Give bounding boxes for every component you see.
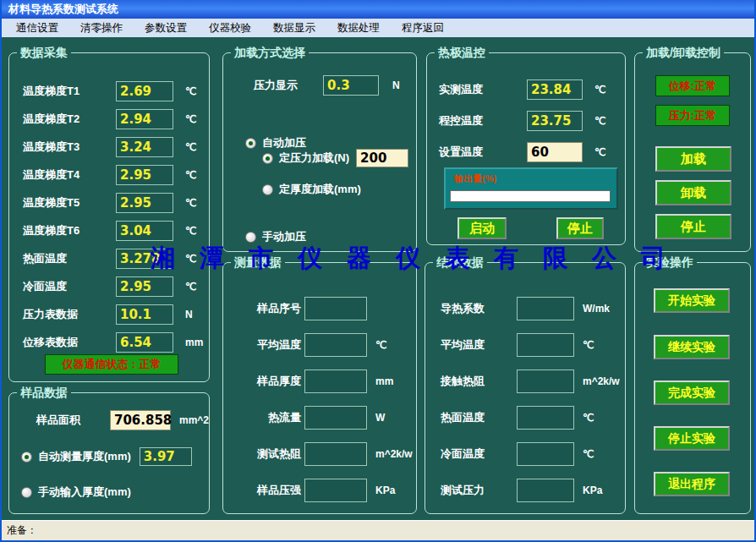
status-bar: 准备： xyxy=(2,520,754,540)
hot-row-programmed-temp: 程控温度 23.75 ℃ xyxy=(439,105,625,136)
t3-display: 3.24 xyxy=(116,137,173,157)
output-power-panel: 输出量(%) xyxy=(444,167,618,210)
result-hot-face-display xyxy=(517,406,574,430)
radio-label: 自动加压 xyxy=(262,135,306,151)
unit-label: ℃ xyxy=(594,115,605,127)
menu-item-parameter-settings[interactable]: 参数设置 xyxy=(134,19,198,37)
client-area: 数据采集 温度梯度T1 2.69 ℃ 温度梯度T2 2.94 ℃ 温度梯度T3 … xyxy=(2,37,754,520)
unit-label: KPa xyxy=(583,485,602,496)
field-label: 冷面温度 xyxy=(441,446,513,462)
result-row-conductivity: 导热系数 W/mk xyxy=(441,290,625,326)
unit-label: ℃ xyxy=(185,113,196,125)
field-label: 热面温度 xyxy=(23,251,116,266)
field-label: 温度梯度T2 xyxy=(23,112,116,127)
radio-icon xyxy=(21,487,32,498)
acq-row-t2: 温度梯度T2 2.94 ℃ xyxy=(23,105,209,133)
menu-item-communication-settings[interactable]: 通信设置 xyxy=(5,19,69,37)
menu-item-data-processing[interactable]: 数据处理 xyxy=(326,19,391,37)
panel-title: 实验操作 xyxy=(643,255,697,269)
measure-row-heat-flow: 热流量 W xyxy=(240,399,416,435)
unload-button[interactable]: 卸载 xyxy=(655,180,731,205)
panel-measurement-data: 测量数据 样品序号 平均温度 ℃ 样品厚度 mm 热流量 W xyxy=(222,262,417,514)
result-cold-face-display xyxy=(517,442,574,466)
field-label: 样品厚度 xyxy=(240,374,301,389)
unit-label: ℃ xyxy=(185,169,196,181)
field-label: 压力显示 xyxy=(254,78,323,93)
window-title: 材料导热系数测试系统 xyxy=(8,2,118,17)
measure-row-avg-temp: 平均温度 ℃ xyxy=(240,326,416,363)
panel-title: 加载/卸载控制 xyxy=(643,46,724,59)
field-label: 平均温度 xyxy=(441,337,513,353)
conductivity-display xyxy=(517,297,574,320)
field-label: 温度梯度T4 xyxy=(23,167,116,183)
menu-item-program-return[interactable]: 程序返回 xyxy=(391,19,455,37)
unit-label: N xyxy=(392,79,400,91)
field-label: 压力表数据 xyxy=(23,307,116,322)
acq-row-hot-face: 热面温度 3.278 ℃ xyxy=(23,244,209,272)
comm-status-badge: 仪器通信状态：正常 xyxy=(45,354,178,375)
t6-display: 3.04 xyxy=(116,221,173,241)
radio-label: 手动加压 xyxy=(262,229,306,244)
measured-temp-display: 23.84 xyxy=(527,79,583,100)
radio-constant-pressure-load[interactable]: 定压力加载(N) 200 xyxy=(262,149,416,167)
acq-row-t5: 温度梯度T5 2.95 ℃ xyxy=(23,189,209,216)
radio-label: 手动输入厚度(mm) xyxy=(38,485,131,500)
test-resistance-display xyxy=(304,442,367,466)
field-label: 程控温度 xyxy=(439,113,527,129)
radio-icon xyxy=(262,184,273,195)
set-temp-field[interactable]: 60 xyxy=(527,142,583,162)
radio-label: 定厚度加载(mm) xyxy=(279,182,361,197)
radio-auto-thickness[interactable]: 自动测量厚度(mm) 3.97 xyxy=(21,447,209,466)
constant-pressure-field[interactable]: 200 xyxy=(356,149,408,167)
field-label: 测试热阻 xyxy=(240,446,301,462)
unit-label: mm xyxy=(375,375,393,387)
radio-constant-thickness-load[interactable]: 定厚度加载(mm) xyxy=(262,182,416,197)
pressure-display-row: 压力显示 0.3 N xyxy=(223,75,416,96)
panel-title: 数据采集 xyxy=(17,46,71,59)
menu-item-instrument-calibration[interactable]: 仪器校验 xyxy=(198,19,262,37)
field-label: 平均温度 xyxy=(240,337,301,353)
unit-label: W/mk xyxy=(583,303,610,315)
cold-face-display: 2.95 xyxy=(116,276,173,297)
field-label: 样品面积 xyxy=(36,413,110,428)
unit-label: ℃ xyxy=(185,281,196,293)
measure-row-sample-pressure: 样品压强 KPa xyxy=(240,472,416,508)
result-row-hot-face-temp: 热面温度 ℃ xyxy=(441,399,625,435)
start-experiment-button[interactable]: 开始实验 xyxy=(654,288,730,313)
unit-label: N xyxy=(185,309,193,320)
t1-display: 2.69 xyxy=(116,81,173,101)
exit-program-button[interactable]: 退出程序 xyxy=(654,472,730,496)
radio-label: 自动测量厚度(mm) xyxy=(38,449,131,464)
sample-area-field[interactable]: 706.858 xyxy=(110,410,171,430)
sample-thickness-display xyxy=(304,370,367,393)
radio-icon xyxy=(21,452,32,463)
heater-stop-button[interactable]: 停止 xyxy=(556,217,604,239)
radio-manual-pressurize[interactable]: 手动加压 xyxy=(245,229,416,244)
panel-sample-data: 样品数据 样品面积 706.858 mm^2 自动测量厚度(mm) 3.97 手… xyxy=(8,392,210,514)
field-label: 温度梯度T5 xyxy=(23,195,116,211)
unit-label: ℃ xyxy=(185,141,196,153)
load-button[interactable]: 加载 xyxy=(655,146,731,172)
measure-row-test-resistance: 测试热阻 m^2k/w xyxy=(240,435,416,472)
radio-manual-thickness[interactable]: 手动输入厚度(mm) xyxy=(21,485,209,500)
hot-face-display: 3.278 xyxy=(116,249,173,269)
heater-start-button[interactable]: 启动 xyxy=(457,217,507,239)
finish-experiment-button[interactable]: 完成实验 xyxy=(654,380,730,405)
panel-title: 结果数据 xyxy=(433,255,487,269)
field-label: 样品压强 xyxy=(240,483,301,498)
panel-loading-mode: 加载方式选择 压力显示 0.3 N 自动加压 定压力加载(N) 200 定厚度加… xyxy=(222,52,417,252)
sample-no-field[interactable] xyxy=(304,297,367,320)
menu-item-zero-operation[interactable]: 清零操作 xyxy=(69,19,134,37)
panel-title: 测量数据 xyxy=(231,255,285,269)
stop-experiment-button[interactable]: 停止实验 xyxy=(654,426,730,451)
contact-resistance-display xyxy=(517,370,574,393)
continue-experiment-button[interactable]: 继续实验 xyxy=(654,335,730,359)
field-label: 冷面温度 xyxy=(23,279,116,294)
stop-load-button[interactable]: 停止 xyxy=(655,214,731,239)
unit-label: ℃ xyxy=(594,146,605,158)
result-row-cold-face-temp: 冷面温度 ℃ xyxy=(441,435,625,472)
menu-item-data-display[interactable]: 数据显示 xyxy=(262,19,326,37)
programmed-temp-display: 23.75 xyxy=(527,111,583,131)
radio-icon xyxy=(262,153,273,164)
sample-pressure-display xyxy=(304,479,367,502)
